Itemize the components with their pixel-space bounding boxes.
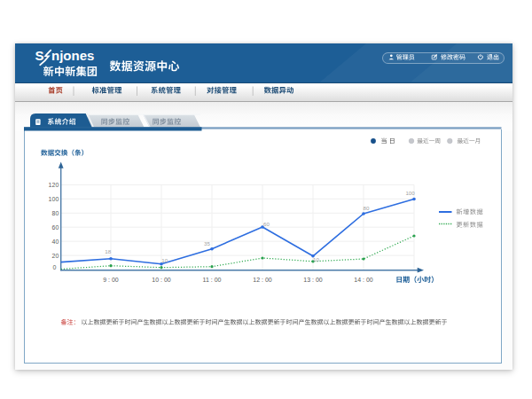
svg-text:13 : 00: 13 : 00 <box>303 277 323 283</box>
svg-text:80: 80 <box>52 210 59 216</box>
svg-text:100: 100 <box>49 196 59 202</box>
svg-text:60: 60 <box>52 224 59 231</box>
svg-text:12 : 00: 12 : 00 <box>253 277 272 283</box>
svg-text:80: 80 <box>364 205 370 211</box>
svg-text:18: 18 <box>105 248 111 254</box>
svg-text:60: 60 <box>263 221 270 227</box>
svg-text:100: 100 <box>405 190 415 196</box>
svg-text:120: 120 <box>49 182 59 188</box>
svg-text:10: 10 <box>161 257 168 263</box>
svg-text:35: 35 <box>204 240 210 246</box>
svg-text:0: 0 <box>53 264 57 270</box>
svg-text:14 : 00: 14 : 00 <box>354 277 373 283</box>
svg-text:11 : 00: 11 : 00 <box>203 277 222 283</box>
svg-text:10 : 00: 10 : 00 <box>152 277 171 283</box>
svg-text:40: 40 <box>52 239 59 245</box>
svg-text:9 : 00: 9 : 00 <box>103 277 119 283</box>
svg-text:20: 20 <box>52 253 59 259</box>
svg-text:10: 10 <box>313 256 319 262</box>
